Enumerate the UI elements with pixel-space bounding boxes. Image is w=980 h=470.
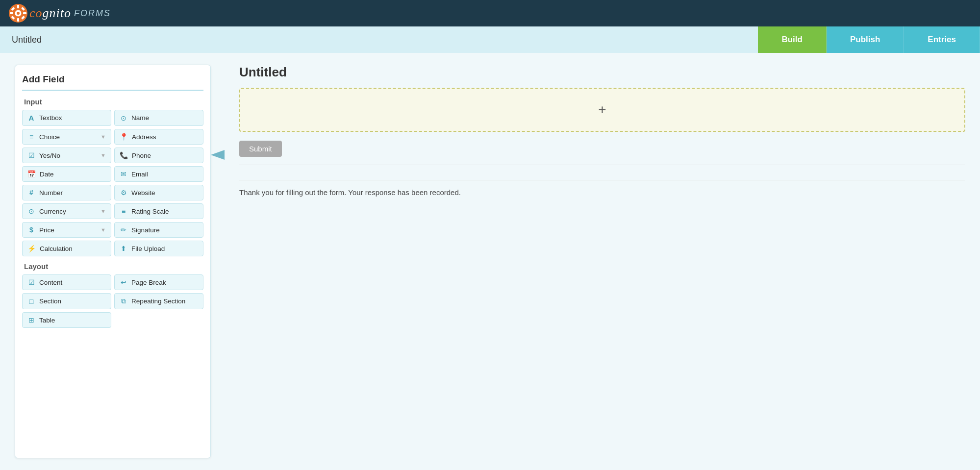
sidebar-title: Add Field bbox=[22, 74, 203, 91]
website-icon: ⚙ bbox=[120, 189, 127, 197]
form-area: Untitled + Submit Thank you for filling … bbox=[239, 65, 965, 458]
section-icon: □ bbox=[27, 297, 35, 305]
layout-fields-grid: ☑ Content ↩ Page Break □ Section ⧉ Repea… bbox=[22, 274, 203, 328]
calculation-icon: ⚡ bbox=[27, 245, 36, 252]
field-ratingscale-label: Rating Scale bbox=[131, 208, 169, 215]
pagebreak-icon: ↩ bbox=[120, 278, 127, 286]
field-phone[interactable]: 📞 Phone bbox=[114, 148, 203, 163]
field-yesno[interactable]: ☑ Yes/No ▼ bbox=[22, 148, 111, 163]
field-email[interactable]: ✉ Email bbox=[114, 166, 203, 182]
field-table-label: Table bbox=[39, 317, 55, 324]
yesno-icon: ☑ bbox=[27, 151, 35, 159]
form-heading: Untitled bbox=[239, 65, 965, 80]
add-field-sidebar: Add Field Input A Textbox ⊙ Name ≡ Choic… bbox=[15, 65, 211, 458]
textbox-icon: A bbox=[27, 114, 35, 122]
form-drop-zone[interactable]: + bbox=[239, 88, 965, 132]
field-date[interactable]: 📅 Date bbox=[22, 166, 111, 182]
field-choice[interactable]: ≡ Choice ▼ bbox=[22, 129, 111, 145]
drop-plus-icon: + bbox=[598, 102, 606, 118]
tab-build[interactable]: Build bbox=[758, 26, 827, 53]
form-title-nav: Untitled bbox=[0, 26, 758, 53]
field-section-label: Section bbox=[39, 297, 61, 305]
yesno-drop-arrow: ▼ bbox=[101, 152, 106, 158]
field-repeatingsection[interactable]: ⧉ Repeating Section bbox=[114, 293, 203, 309]
signature-icon: ✏ bbox=[120, 226, 127, 234]
layout-section-label: Layout bbox=[24, 262, 203, 271]
address-icon: 📍 bbox=[120, 133, 128, 141]
currency-icon: ⊙ bbox=[27, 207, 35, 215]
fileupload-icon: ⬆ bbox=[120, 245, 127, 252]
price-drop-arrow: ▼ bbox=[101, 227, 106, 233]
field-yesno-label: Yes/No bbox=[39, 152, 60, 159]
svg-rect-4 bbox=[10, 12, 13, 14]
field-email-label: Email bbox=[131, 171, 148, 178]
svg-rect-2 bbox=[17, 5, 19, 8]
field-name-label: Name bbox=[131, 114, 149, 122]
field-pagebreak-label: Page Break bbox=[131, 279, 166, 286]
main-content: Add Field Input A Textbox ⊙ Name ≡ Choic… bbox=[0, 53, 980, 470]
field-number-label: Number bbox=[39, 189, 63, 197]
field-number[interactable]: # Number bbox=[22, 185, 111, 200]
svg-rect-3 bbox=[17, 18, 19, 22]
field-signature-label: Signature bbox=[131, 226, 160, 234]
field-textbox[interactable]: A Textbox bbox=[22, 110, 111, 126]
choice-drop-arrow: ▼ bbox=[101, 134, 106, 140]
form-divider bbox=[239, 165, 965, 165]
logo-forms-text: FORMS bbox=[74, 8, 111, 19]
field-pagebreak[interactable]: ↩ Page Break bbox=[114, 274, 203, 290]
field-repeatingsection-label: Repeating Section bbox=[131, 297, 185, 305]
field-fileupload-label: File Upload bbox=[131, 245, 165, 252]
field-fileupload[interactable]: ⬆ File Upload bbox=[114, 241, 203, 256]
tab-entries[interactable]: Entries bbox=[904, 26, 980, 53]
nav-tabs: Build Publish Entries bbox=[758, 26, 980, 53]
field-section[interactable]: □ Section bbox=[22, 293, 111, 309]
field-choice-label: Choice bbox=[39, 133, 60, 141]
table-icon: ⊞ bbox=[27, 316, 35, 324]
currency-drop-arrow: ▼ bbox=[101, 208, 106, 214]
logo-gear-icon bbox=[9, 4, 27, 23]
email-icon: ✉ bbox=[120, 170, 127, 178]
field-content[interactable]: ☑ Content bbox=[22, 274, 111, 290]
field-address-label: Address bbox=[132, 133, 156, 141]
field-textbox-label: Textbox bbox=[39, 114, 62, 122]
field-name[interactable]: ⊙ Name bbox=[114, 110, 203, 126]
logo: cognito FORMS bbox=[9, 4, 111, 23]
tab-publish[interactable]: Publish bbox=[827, 26, 904, 53]
ratingscale-icon: ≡ bbox=[120, 207, 127, 215]
svg-rect-5 bbox=[23, 12, 26, 14]
submit-button[interactable]: Submit bbox=[239, 141, 282, 157]
repeatingsection-icon: ⧉ bbox=[120, 297, 127, 305]
field-website-label: Website bbox=[131, 189, 155, 197]
sidebar-arrow bbox=[211, 65, 225, 458]
field-calculation-label: Calculation bbox=[40, 245, 73, 252]
name-icon: ⊙ bbox=[120, 114, 127, 122]
field-currency[interactable]: ⊙ Currency ▼ bbox=[22, 203, 111, 219]
top-bar: cognito FORMS bbox=[0, 0, 980, 26]
thankyou-message: Thank you for filling out the form. Your… bbox=[239, 188, 965, 197]
form-divider-2 bbox=[239, 180, 965, 180]
field-date-label: Date bbox=[40, 171, 54, 178]
logo-text: cognito bbox=[29, 6, 71, 21]
phone-icon: 📞 bbox=[120, 151, 128, 159]
input-fields-grid: A Textbox ⊙ Name ≡ Choice ▼ 📍 Address ☑ … bbox=[22, 110, 203, 256]
field-phone-label: Phone bbox=[132, 152, 151, 159]
field-calculation[interactable]: ⚡ Calculation bbox=[22, 241, 111, 256]
field-ratingscale[interactable]: ≡ Rating Scale bbox=[114, 203, 203, 219]
field-website[interactable]: ⚙ Website bbox=[114, 185, 203, 200]
svg-point-11 bbox=[17, 12, 20, 15]
price-icon: $ bbox=[27, 226, 35, 234]
field-address[interactable]: 📍 Address bbox=[114, 129, 203, 145]
field-content-label: Content bbox=[39, 279, 62, 286]
field-table[interactable]: ⊞ Table bbox=[22, 312, 111, 328]
number-icon: # bbox=[27, 189, 35, 197]
field-price-label: Price bbox=[39, 226, 54, 234]
field-signature[interactable]: ✏ Signature bbox=[114, 222, 203, 238]
input-section-label: Input bbox=[24, 98, 203, 106]
field-price[interactable]: $ Price ▼ bbox=[22, 222, 111, 238]
field-currency-label: Currency bbox=[39, 208, 66, 215]
date-icon: 📅 bbox=[27, 170, 36, 178]
content-icon: ☑ bbox=[27, 278, 35, 286]
choice-icon: ≡ bbox=[27, 133, 35, 141]
svg-marker-12 bbox=[211, 150, 225, 160]
nav-bar: Untitled Build Publish Entries bbox=[0, 26, 980, 53]
